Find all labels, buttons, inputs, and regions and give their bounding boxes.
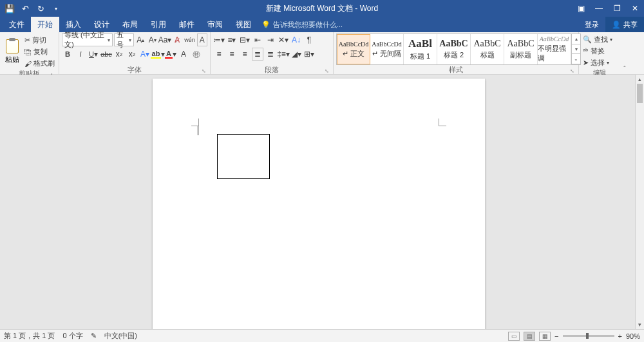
- justify-button[interactable]: ≣: [252, 48, 263, 61]
- align-right-button[interactable]: ≡: [239, 48, 251, 61]
- tab-home[interactable]: 开始: [31, 17, 59, 32]
- style-subtitle[interactable]: AaBbC副标题: [504, 34, 538, 64]
- minimize-icon[interactable]: —: [590, 0, 608, 17]
- style-title[interactable]: AaBbC标题: [471, 34, 504, 64]
- style-subtle-emphasis[interactable]: AaBbCcDd不明显强调: [538, 34, 571, 64]
- margin-mark-tr: [439, 119, 446, 126]
- style-gallery[interactable]: AaBbCcDd↵ 正文 AaBbCcDd↵ 无间隔 AaBl标题 1 AaBb…: [336, 33, 581, 65]
- style-heading2[interactable]: AaBbC标题 2: [437, 34, 471, 64]
- show-hide-button[interactable]: ¶: [303, 33, 315, 46]
- tab-file[interactable]: 文件: [3, 17, 31, 32]
- cut-button[interactable]: ✂剪切: [23, 35, 56, 46]
- borders-button[interactable]: ⊞▾: [303, 48, 315, 61]
- save-icon[interactable]: 💾: [4, 3, 15, 14]
- tab-references[interactable]: 引用: [144, 17, 173, 32]
- copy-label: 复制: [33, 47, 48, 57]
- undo-icon[interactable]: ↶: [19, 3, 31, 14]
- style-no-spacing[interactable]: AaBbCcDd↵ 无间隔: [370, 34, 404, 64]
- qat-customize-icon[interactable]: ▾: [50, 3, 62, 14]
- search-icon: 🔍: [583, 35, 592, 44]
- align-left-button[interactable]: ≡: [213, 48, 225, 61]
- ribbon: 粘贴 ✂剪切 ⿻复制 🖌格式刷 剪贴板⤡ 等线 (中文正文)▾ 五号▾ A▴ A…: [0, 32, 644, 75]
- bold-button[interactable]: B: [62, 48, 73, 61]
- underline-button[interactable]: U▾: [88, 48, 99, 61]
- asian-layout-button[interactable]: ✕▾: [278, 33, 289, 46]
- zoom-slider[interactable]: [563, 335, 614, 337]
- scroll-up-icon[interactable]: ▴: [636, 75, 644, 84]
- font-name-combo[interactable]: 等线 (中文正文)▾: [62, 33, 113, 46]
- tab-view[interactable]: 视图: [229, 17, 258, 32]
- text-effects-button[interactable]: A▾: [139, 48, 151, 61]
- chevron-down-icon: ▾: [129, 37, 131, 43]
- redo-icon[interactable]: ↻: [35, 3, 46, 14]
- close-icon[interactable]: ✕: [626, 0, 644, 17]
- line-spacing-button[interactable]: ‡≡▾: [278, 48, 289, 61]
- distribute-button[interactable]: ≣: [265, 48, 276, 61]
- align-center-button[interactable]: ≡: [226, 48, 238, 61]
- zoom-out-icon[interactable]: −: [554, 332, 558, 340]
- web-layout-icon[interactable]: ▦: [539, 332, 551, 341]
- zoom-in-icon[interactable]: +: [618, 332, 622, 340]
- subscript-button[interactable]: x2: [113, 48, 125, 61]
- multilevel-list-button[interactable]: ⊟▾: [239, 33, 251, 46]
- document-page[interactable]: [153, 79, 485, 329]
- highlight-button[interactable]: ab▾: [152, 48, 164, 61]
- font-launcher-icon[interactable]: ⤡: [202, 68, 206, 74]
- font-color-button[interactable]: A▾: [165, 48, 176, 61]
- paste-button[interactable]: 粘贴: [3, 33, 22, 69]
- bullets-button[interactable]: ≔▾: [213, 33, 225, 46]
- word-count[interactable]: 0 个字: [62, 331, 82, 341]
- select-button[interactable]: ➤选择▾: [582, 57, 618, 68]
- scroll-down-icon[interactable]: ▾: [636, 320, 644, 329]
- font-size-combo[interactable]: 五号▾: [114, 33, 135, 46]
- styles-launcher-icon[interactable]: ⤡: [570, 68, 574, 74]
- rectangle-shape[interactable]: [217, 134, 270, 179]
- tab-mailings[interactable]: 邮件: [173, 17, 201, 32]
- replace-button[interactable]: ᵃᵇ替换: [582, 46, 618, 57]
- decrease-indent-button[interactable]: ⇤: [252, 33, 263, 46]
- group-styles: AaBbCcDd↵ 正文 AaBbCcDd↵ 无间隔 AaBl标题 1 AaBb…: [334, 32, 579, 74]
- scroll-thumb[interactable]: [637, 84, 643, 103]
- maximize-icon[interactable]: ❐: [608, 0, 626, 17]
- grow-font-button[interactable]: A▴: [135, 33, 146, 46]
- enclose-characters-button[interactable]: ㊕: [191, 48, 202, 61]
- superscript-button[interactable]: x2: [126, 48, 138, 61]
- sort-button[interactable]: A↓: [290, 33, 302, 46]
- paragraph-launcher-icon[interactable]: ⤡: [325, 68, 329, 74]
- strikethrough-button[interactable]: abc: [100, 48, 112, 61]
- vertical-scrollbar[interactable]: ▴ ▾: [635, 75, 644, 329]
- spellcheck-icon[interactable]: ✎: [91, 332, 97, 340]
- tab-review[interactable]: 审阅: [201, 17, 229, 32]
- shading-button[interactable]: ◢▾: [290, 48, 302, 61]
- print-layout-icon[interactable]: ▤: [524, 332, 535, 341]
- collapse-ribbon-icon[interactable]: ˆ: [623, 66, 625, 73]
- zoom-level[interactable]: 90%: [626, 332, 640, 340]
- cut-label: 剪切: [32, 35, 46, 45]
- italic-button[interactable]: I: [75, 48, 86, 61]
- change-case-button[interactable]: Aa▾: [159, 33, 171, 46]
- language-indicator[interactable]: 中文(中国): [104, 331, 137, 341]
- styles-group-label: 样式⤡: [336, 65, 576, 74]
- numbering-button[interactable]: ≡▾: [226, 33, 238, 46]
- read-mode-icon[interactable]: ▭: [508, 332, 520, 341]
- increase-indent-button[interactable]: ⇥: [265, 33, 276, 46]
- page-indicator[interactable]: 第 1 页，共 1 页: [4, 331, 55, 341]
- style-label: ↵ 正文: [343, 49, 365, 59]
- character-border-button[interactable]: A: [197, 33, 207, 46]
- ribbon-display-icon[interactable]: ▣: [572, 0, 590, 17]
- style-normal[interactable]: AaBbCcDd↵ 正文: [337, 34, 370, 64]
- clear-formatting-button[interactable]: A̷: [172, 33, 182, 46]
- find-button[interactable]: 🔍查找▾: [582, 34, 618, 45]
- replace-icon: ᵃᵇ: [583, 47, 589, 55]
- format-painter-button[interactable]: 🖌格式刷: [23, 58, 56, 69]
- share-button[interactable]: 👤 共享: [605, 17, 644, 32]
- tell-me-search[interactable]: 💡 告诉我您想要做什么...: [261, 17, 343, 32]
- copy-button[interactable]: ⿻复制: [23, 46, 56, 57]
- phonetic-guide-button[interactable]: wén: [184, 33, 196, 46]
- style-heading1[interactable]: AaBl标题 1: [404, 34, 437, 64]
- zoom-knob[interactable]: [586, 333, 589, 339]
- document-workspace: ▴ ▾: [0, 75, 644, 329]
- character-shading-button[interactable]: A: [178, 48, 189, 61]
- shrink-font-button[interactable]: A▾: [147, 33, 158, 46]
- login-button[interactable]: 登录: [578, 17, 605, 32]
